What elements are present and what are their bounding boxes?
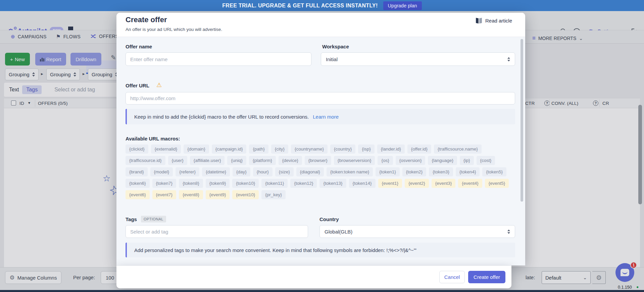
url-macro-chip[interactable]: {ip} [460, 156, 474, 165]
url-macro-chip[interactable]: {size} [275, 167, 294, 176]
url-macro-chip[interactable]: {clickid} [126, 144, 148, 154]
url-macro-chip[interactable]: {event4} [458, 179, 482, 188]
dialog-footer: Cancel Create offer [116, 265, 511, 288]
url-macro-chip[interactable]: {token9} [206, 179, 230, 188]
offer-name-label: Offer name [126, 44, 152, 49]
create-offer-dialog: Create offer An offer is your ad URL whi… [116, 13, 525, 265]
url-macro-chip[interactable]: {event10} [232, 190, 259, 199]
url-macro-chip[interactable]: {datetime} [202, 167, 230, 176]
url-macro-chip[interactable]: {os} [378, 156, 393, 165]
offer-name-input[interactable] [126, 52, 311, 66]
url-macro-chip[interactable]: {token3} [429, 167, 453, 176]
tags-note-text: Add personalized tags to make your searc… [134, 247, 416, 253]
url-macro-chip[interactable]: {trafficsource.name} [434, 144, 482, 154]
bottom-edge-strip [0, 290, 644, 292]
url-macro-chip[interactable]: {event2} [405, 179, 429, 188]
workspace-label: Workspace [322, 44, 349, 49]
url-macro-chip[interactable]: {diagonal} [296, 167, 324, 176]
url-macro-chip[interactable]: {event7} [152, 190, 177, 199]
updown-chevrons-icon [507, 230, 510, 234]
url-macro-chip[interactable]: {event9} [206, 190, 230, 199]
url-macro-chip[interactable]: {token4} [456, 167, 480, 176]
read-article-label: Read article [485, 18, 512, 24]
workspace-value: Initial [326, 56, 338, 62]
url-macro-chip[interactable]: {day} [233, 167, 250, 176]
tags-label: Tags [126, 216, 137, 222]
url-macro-chip[interactable]: {event1} [378, 179, 402, 188]
url-macro-chip[interactable]: {token7} [152, 179, 177, 188]
url-macro-chip[interactable]: {city} [271, 144, 288, 154]
url-macro-chip[interactable]: {brand} [126, 167, 148, 176]
url-macros-list: {clickid}{externalid}{domain}{campaign.i… [126, 144, 517, 199]
url-macro-chip[interactable]: {token6} [126, 179, 150, 188]
url-macro-chip[interactable]: {token13} [319, 179, 346, 188]
url-macro-chip[interactable]: {user} [168, 156, 187, 165]
url-macro-chip[interactable]: {path} [249, 144, 268, 154]
create-offer-button[interactable]: Create offer [468, 271, 505, 283]
workspace-select[interactable]: Initial [321, 52, 515, 66]
url-macro-chip[interactable]: {campaign.id} [212, 144, 247, 154]
url-macro-chip[interactable]: {browserversion} [334, 156, 375, 165]
url-macro-chip[interactable]: {language} [428, 156, 457, 165]
url-macro-chip[interactable]: {token1} [376, 167, 400, 176]
book-icon [476, 17, 482, 24]
url-macro-chip[interactable]: {token12} [290, 179, 317, 188]
read-article-link[interactable]: Read article [476, 17, 512, 24]
dialog-scrollbar[interactable] [521, 39, 523, 202]
url-macro-chip[interactable]: {domain} [184, 144, 209, 154]
country-select[interactable]: Global(GLB) [319, 225, 515, 238]
clickid-note-text: Keep in mind to add the {clickid} macro … [134, 114, 309, 120]
url-macro-chip[interactable]: {event6} [126, 190, 150, 199]
url-macro-chip[interactable]: {cost} [477, 156, 495, 165]
tags-input[interactable] [126, 225, 308, 238]
url-macro-chip[interactable]: {token10} [232, 179, 259, 188]
promo-banner-text: FREE TRIAL. UPGRADE & GET FULL ACCESS IN… [222, 3, 378, 9]
url-macro-chip[interactable]: {offer.id} [407, 144, 431, 154]
url-macro-chip[interactable]: {affiliate.user} [190, 156, 225, 165]
url-macro-chip[interactable]: {device} [279, 156, 302, 165]
url-macro-chip[interactable]: {event5} [485, 179, 509, 188]
dialog-subtitle: An offer is your ad URL which you will a… [126, 27, 222, 32]
offer-url-input[interactable] [126, 92, 515, 105]
url-macro-chip[interactable]: {token5} [482, 167, 506, 176]
url-macro-chip[interactable]: {token14} [349, 179, 376, 188]
url-macro-chip[interactable]: {countryname} [291, 144, 328, 154]
url-macro-chip[interactable]: {event3} [432, 179, 456, 188]
url-macro-chip[interactable]: {pr_key} [261, 190, 286, 199]
url-macro-chip[interactable]: {token:token name} [327, 167, 373, 176]
url-macro-chip[interactable]: {osversion} [396, 156, 426, 165]
dialog-header: Create offer An offer is your ad URL whi… [116, 13, 525, 37]
url-macro-chip[interactable]: {browser} [305, 156, 331, 165]
url-macro-chip[interactable]: {token2} [402, 167, 427, 176]
url-macro-chip[interactable]: {event8} [179, 190, 203, 199]
url-macro-chip[interactable]: {lander.id} [377, 144, 405, 154]
url-macro-chip[interactable]: {referer} [176, 167, 199, 176]
promo-banner: FREE TRIAL. UPGRADE & GET FULL ACCESS IN… [0, 0, 644, 11]
url-macro-chip[interactable]: {isp} [358, 144, 374, 154]
cancel-button[interactable]: Cancel [439, 271, 465, 283]
macros-label: Available URL macros: [126, 136, 180, 141]
country-label: Country [319, 216, 339, 222]
dialog-title: Create offer [126, 15, 167, 24]
learn-more-link[interactable]: Learn more [313, 114, 339, 120]
url-macro-chip[interactable]: {token8} [179, 179, 203, 188]
country-value: Global(GLB) [325, 229, 352, 235]
offer-url-label: Offer URL [126, 83, 149, 88]
updown-chevrons-icon [507, 57, 510, 61]
url-macro-chip[interactable]: {trafficsource.id} [126, 156, 165, 165]
url-macro-chip[interactable]: {hour} [253, 167, 273, 176]
clickid-note: Keep in mind to add the {clickid} macro … [126, 109, 515, 124]
url-macro-chip[interactable]: {externalid} [151, 144, 181, 154]
url-macro-chip[interactable]: {token11} [261, 179, 288, 188]
optional-badge: OPTIONAL [141, 216, 166, 222]
tags-note: Add personalized tags to make your searc… [126, 243, 515, 257]
url-macro-chip[interactable]: {country} [330, 144, 355, 154]
warning-icon: ⚠ [156, 81, 162, 89]
url-macro-chip[interactable]: {uniq} [227, 156, 246, 165]
upgrade-plan-button[interactable]: Upgrade plan [383, 1, 422, 10]
url-macro-chip[interactable]: {platform} [249, 156, 276, 165]
url-macro-chip[interactable]: {model} [150, 167, 173, 176]
